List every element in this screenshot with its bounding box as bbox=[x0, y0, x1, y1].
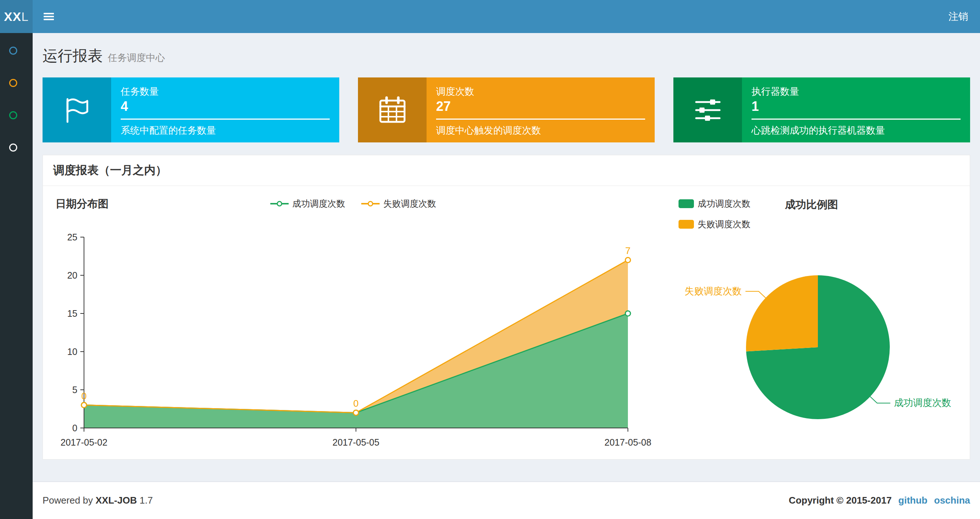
svg-text:0: 0 bbox=[81, 391, 87, 402]
stat-value: 4 bbox=[121, 98, 330, 115]
app-logo[interactable]: XXL bbox=[0, 0, 33, 33]
calendar-icon bbox=[358, 77, 426, 142]
panel-title: 调度报表（一月之内） bbox=[43, 155, 970, 186]
info-box-triggers: 调度次数 27 调度中心触发的调度次数 bbox=[358, 77, 655, 142]
line-chart-title: 日期分布图 bbox=[56, 197, 108, 211]
line-legend-marker bbox=[270, 199, 289, 208]
logo-text-bold: XX bbox=[4, 10, 21, 24]
logo-text-light: L bbox=[21, 10, 29, 24]
legend-label: 失败调度次数 bbox=[383, 198, 436, 209]
svg-text:10: 10 bbox=[67, 347, 77, 357]
line-chart-legend: 成功调度次数 失败调度次数 bbox=[270, 198, 436, 209]
legend-item-success[interactable]: 成功调度次数 bbox=[679, 198, 750, 209]
page-title: 运行报表任务调度中心 bbox=[43, 47, 970, 66]
stat-value: 1 bbox=[751, 98, 961, 115]
page-subtitle: 任务调度中心 bbox=[108, 52, 165, 63]
svg-text:2017-05-02: 2017-05-02 bbox=[60, 437, 107, 447]
sliders-icon bbox=[673, 77, 742, 142]
sidebar-item-1[interactable] bbox=[0, 35, 33, 67]
svg-text:25: 25 bbox=[67, 232, 77, 242]
svg-text:0: 0 bbox=[353, 398, 358, 409]
info-box-jobs: 任务数量 4 系统中配置的任务数量 bbox=[43, 77, 339, 142]
svg-text:5: 5 bbox=[72, 385, 77, 395]
pie-legend-swatch bbox=[679, 199, 694, 208]
divider bbox=[751, 118, 961, 120]
svg-text:2017-05-05: 2017-05-05 bbox=[332, 437, 380, 447]
powered-by: Powered by XXL-JOB 1.7 bbox=[43, 495, 153, 506]
svg-text:20: 20 bbox=[67, 270, 77, 280]
navbar-spacer bbox=[65, 0, 937, 33]
sidebar-item-3[interactable] bbox=[0, 99, 33, 131]
circle-icon bbox=[9, 144, 17, 152]
stat-description: 心跳检测成功的执行器机器数量 bbox=[751, 125, 961, 136]
legend-label: 失败调度次数 bbox=[698, 219, 750, 230]
oschina-link[interactable]: oschina bbox=[934, 495, 970, 506]
sidebar-toggle-button[interactable] bbox=[33, 0, 65, 33]
info-box-executors: 执行器数量 1 心跳检测成功的执行器机器数量 bbox=[673, 77, 970, 142]
legend-item-success[interactable]: 成功调度次数 bbox=[270, 198, 345, 209]
flag-icon bbox=[43, 77, 111, 142]
circle-icon bbox=[9, 79, 17, 87]
pie-chart-legend: 成功调度次数 失败调度次数 bbox=[679, 198, 750, 230]
stat-value: 27 bbox=[436, 98, 645, 115]
sidebar-item-2[interactable] bbox=[0, 67, 33, 99]
brand-name: XXL-JOB bbox=[96, 495, 137, 506]
legend-label: 成功调度次数 bbox=[698, 198, 750, 209]
svg-text:成功调度次数: 成功调度次数 bbox=[894, 397, 951, 408]
version: 1.7 bbox=[137, 495, 153, 506]
circle-icon bbox=[9, 46, 17, 55]
content-header: 运行报表任务调度中心 bbox=[43, 33, 970, 77]
stat-description: 调度中心触发的调度次数 bbox=[436, 125, 645, 136]
pie-chart-title: 成功比例图 bbox=[785, 198, 838, 212]
stat-description: 系统中配置的任务数量 bbox=[121, 125, 330, 136]
stat-label: 任务数量 bbox=[121, 86, 330, 97]
hamburger-icon bbox=[44, 11, 54, 22]
logout-link[interactable]: 注销 bbox=[937, 0, 980, 33]
pie-legend-swatch bbox=[679, 220, 694, 229]
footer: Powered by XXL-JOB 1.7 Copyright © 2015-… bbox=[33, 482, 980, 519]
copyright: Copyright © 2015-2017githuboschina bbox=[789, 495, 970, 506]
svg-text:失败调度次数: 失败调度次数 bbox=[685, 286, 742, 297]
legend-label: 成功调度次数 bbox=[292, 198, 345, 209]
sidebar-item-4[interactable] bbox=[0, 131, 33, 164]
line-legend-marker bbox=[361, 199, 380, 208]
svg-text:0: 0 bbox=[72, 423, 77, 433]
stat-label: 调度次数 bbox=[436, 86, 645, 97]
top-navbar: XXL 注销 bbox=[0, 0, 980, 33]
stat-label: 执行器数量 bbox=[751, 86, 961, 97]
github-link[interactable]: github bbox=[898, 495, 927, 506]
legend-item-fail[interactable]: 失败调度次数 bbox=[679, 219, 750, 230]
svg-text:7: 7 bbox=[625, 245, 630, 256]
sidebar bbox=[0, 33, 33, 519]
main-content: 运行报表任务调度中心 任务数量 4 系统中配置的任务数量 bbox=[33, 33, 980, 482]
report-panel: 调度报表（一月之内） 05101520252017-05-022017-05-0… bbox=[43, 155, 970, 460]
divider bbox=[436, 118, 645, 120]
divider bbox=[121, 118, 330, 120]
svg-text:15: 15 bbox=[67, 308, 77, 319]
svg-text:2017-05-08: 2017-05-08 bbox=[605, 437, 651, 447]
circle-icon bbox=[9, 111, 17, 119]
legend-item-fail[interactable]: 失败调度次数 bbox=[361, 198, 436, 209]
charts-canvas: 05101520252017-05-022017-05-052017-05-08… bbox=[43, 186, 970, 458]
stats-row: 任务数量 4 系统中配置的任务数量 bbox=[43, 77, 970, 142]
panel-body: 05101520252017-05-022017-05-052017-05-08… bbox=[43, 186, 970, 458]
